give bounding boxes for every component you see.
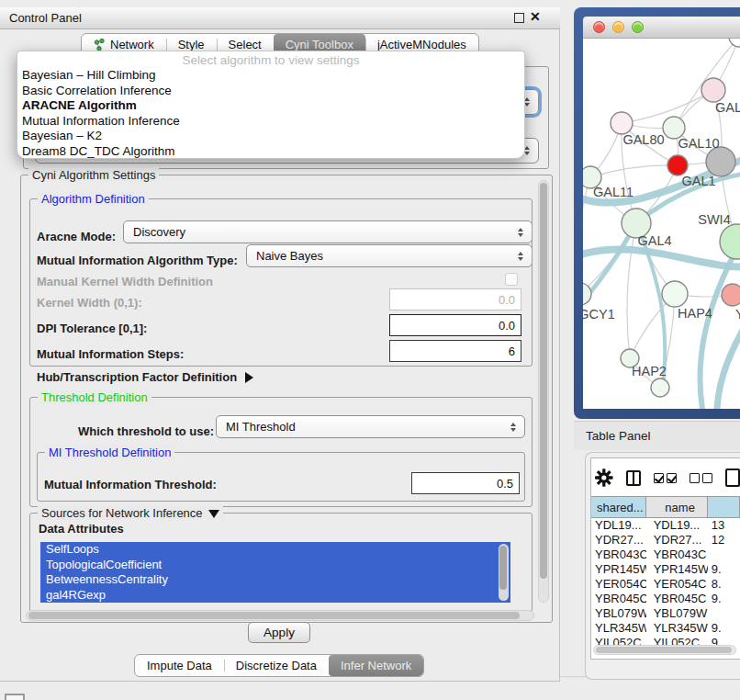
bottom-tab-label: Discretize Data <box>236 659 317 672</box>
network-node-hap4[interactable] <box>662 281 688 307</box>
table-row[interactable]: YBL079WYBL079W <box>591 606 740 621</box>
node-label: GAL80 <box>622 132 664 147</box>
table-cell: 9. <box>708 636 740 645</box>
table-cell: YDR27... <box>646 533 708 548</box>
table-cell: YBR045C <box>646 592 708 606</box>
algorithm-option[interactable]: Bayesian – K2 <box>17 129 524 144</box>
column-header[interactable]: name <box>646 497 708 517</box>
close-traffic-light[interactable] <box>593 21 605 33</box>
minimized-panel-icon[interactable] <box>5 694 25 700</box>
bottom-tab-label: Impute Data <box>147 659 212 672</box>
columns-icon[interactable] <box>626 470 642 486</box>
column-header[interactable] <box>708 497 740 517</box>
algorithm-dropdown-hint: Select algorithm to view settings <box>17 52 524 68</box>
network-node[interactable] <box>651 378 669 397</box>
network-node-gal80[interactable] <box>611 112 633 134</box>
table-cell: YER054C <box>591 577 646 592</box>
mi-threshold-field[interactable] <box>411 472 520 494</box>
select-all-checks-icon[interactable] <box>654 473 677 483</box>
network-edge[interactable] <box>627 223 636 358</box>
data-attribute-item[interactable]: BetweennessCentrality <box>40 572 510 588</box>
network-node-gcy1[interactable] <box>583 283 591 305</box>
algorithm-option[interactable]: ARACNE Algorithm <box>17 98 524 114</box>
table-row[interactable]: YPR145WYPR145W9. <box>591 562 740 577</box>
threshold-definition-label: Threshold Definition <box>38 390 151 404</box>
network-icon <box>94 39 106 51</box>
gear-icon[interactable] <box>595 469 613 487</box>
table-cell: YBR045C <box>591 592 646 606</box>
node-label: HAP2 <box>632 364 667 378</box>
which-threshold-combo[interactable]: MI Threshold <box>216 415 525 438</box>
minimize-traffic-light[interactable] <box>612 21 624 33</box>
data-attribute-item[interactable]: gal4RGexp <box>40 588 510 604</box>
algorithm-option[interactable]: Basic Correlation Inference <box>17 84 524 99</box>
network-node-gal1[interactable] <box>667 155 688 175</box>
sources-group-label[interactable]: Sources for Network Inference <box>38 506 223 520</box>
table-row[interactable]: YBR045CYBR045C9. <box>591 592 740 606</box>
network-edge[interactable] <box>590 165 678 177</box>
table-row[interactable]: YDL19...YDL19...13 <box>591 518 740 533</box>
table-row[interactable]: YBR043CYBR043C <box>591 548 740 562</box>
scrollbar-thumb[interactable] <box>28 612 520 619</box>
data-attribute-item[interactable]: TopologicalCoefficient <box>40 558 510 573</box>
node-table[interactable]: shared...name YDL19...YDL19...13YDR27...… <box>591 496 740 645</box>
node-label: GAL10 <box>678 136 719 151</box>
column-header[interactable]: shared... <box>591 497 646 517</box>
network-edge[interactable] <box>583 177 590 294</box>
deselect-all-checks-icon[interactable] <box>690 473 712 483</box>
collapse-down-icon <box>208 510 219 518</box>
settings-horizontal-scrollbar[interactable] <box>26 610 534 621</box>
node-label: GAL <box>715 100 740 115</box>
network-node[interactable] <box>706 147 735 176</box>
network-edge-thick[interactable] <box>717 316 740 409</box>
algorithm-definition-label: Algorithm Definition <box>38 192 149 206</box>
table-cell <box>708 548 740 562</box>
zoom-traffic-light[interactable] <box>632 21 644 33</box>
mi-threshold-label: Mutual Information Threshold: <box>44 478 217 491</box>
network-edge-thick[interactable] <box>583 223 636 314</box>
control-panel-titlebar[interactable]: Control Panel <box>0 7 560 29</box>
combo-arrows-icon <box>510 423 516 432</box>
table-row[interactable]: YIL052CYIL052C9. <box>591 636 740 645</box>
table-horizontal-scrollbar[interactable] <box>593 645 736 655</box>
network-node-y[interactable] <box>722 284 740 306</box>
tab-label: Select <box>229 38 262 51</box>
control-panel-title: Control Panel <box>9 11 82 25</box>
data-attributes-list[interactable]: SelfLoopsTopologicalCoefficientBetweenne… <box>40 542 510 603</box>
which-threshold-value: MI Threshold <box>226 420 296 434</box>
network-canvas[interactable]: GALGAL80GAL10GAL1GAL11GAL4SWI4GCY1HAP4YH… <box>583 39 740 409</box>
table-row[interactable]: YLR345WYLR345W9. <box>591 621 740 636</box>
network-node-gal[interactable] <box>701 78 725 102</box>
new-table-icon[interactable] <box>725 469 740 487</box>
table-cell: YDR27... <box>591 533 646 548</box>
network-edge-thick[interactable] <box>583 249 740 266</box>
algorithm-option[interactable]: Bayesian – Hill Climbing <box>17 68 524 84</box>
scrollbar-thumb[interactable] <box>499 546 507 590</box>
table-cell: 9. <box>708 592 740 606</box>
node-label: GAL11 <box>593 185 633 199</box>
table-cell: YDL19... <box>646 518 708 533</box>
table-row[interactable]: YER054CYER054C8. <box>591 577 740 592</box>
network-node[interactable] <box>729 39 740 47</box>
table-panel-titlebar[interactable]: Table Panel <box>574 421 740 450</box>
scrollbar-thumb[interactable] <box>540 183 547 579</box>
algorithm-option[interactable]: Dream8 DC_TDC Algorithm <box>17 144 524 160</box>
bottom-tab-impute-data[interactable]: Impute Data <box>135 655 224 676</box>
data-attribute-item[interactable]: SelfLoops <box>40 542 510 558</box>
bottom-tab-discretize-data[interactable]: Discretize Data <box>224 655 329 676</box>
scrollbar-thumb[interactable] <box>596 647 732 653</box>
list-vertical-scrollbar[interactable] <box>499 544 509 601</box>
algorithm-option[interactable]: Mutual Information Inference <box>17 114 524 130</box>
hub-definition-expander[interactable]: Hub/Transcription Factor Definition <box>37 370 253 384</box>
close-icon[interactable]: ✕ <box>530 9 541 24</box>
node-label: GAL4 <box>637 233 671 248</box>
network-node-swi4[interactable] <box>720 224 740 259</box>
table-row[interactable]: YDR27...YDR27...12 <box>591 533 740 548</box>
settings-vertical-scrollbar[interactable] <box>538 180 549 603</box>
network-window-titlebar[interactable] <box>583 17 740 39</box>
table-cell: 9. <box>708 562 740 577</box>
bottom-tab-infer-network[interactable]: Infer Network <box>329 655 423 676</box>
float-window-icon[interactable] <box>514 13 524 23</box>
apply-button[interactable]: Apply <box>248 622 310 643</box>
table-cell: YPR145W <box>591 562 646 577</box>
